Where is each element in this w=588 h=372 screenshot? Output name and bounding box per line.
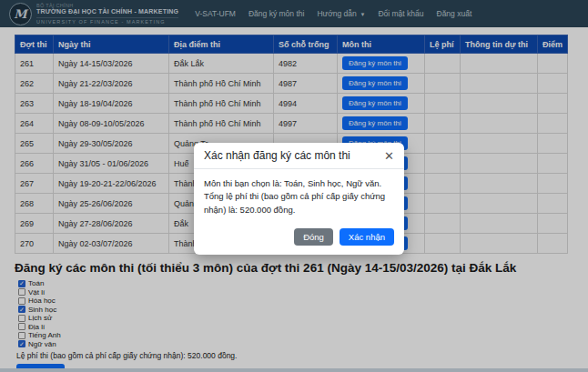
modal-title: Xác nhận đăng ký các môn thi bbox=[204, 149, 350, 162]
confirm-registration-modal: Xác nhận đăng ký các môn thi ✕ Môn thi b… bbox=[194, 143, 404, 255]
close-icon[interactable]: ✕ bbox=[384, 150, 394, 162]
modal-confirm-button[interactable]: Xác nhận bbox=[340, 228, 394, 246]
modal-total-fee-text: Tổng lệ phí thi (bao gồm cả phí cấp giấy… bbox=[204, 190, 394, 216]
modal-close-button[interactable]: Đóng bbox=[294, 228, 333, 246]
modal-header: Xác nhận đăng ký các môn thi ✕ bbox=[194, 143, 404, 169]
modal-footer: Đóng Xác nhận bbox=[194, 220, 404, 255]
modal-selected-subjects-text: Môn thi bạn chọn là: Toán, Sinh học, Ngữ… bbox=[204, 177, 394, 190]
modal-body: Môn thi bạn chọn là: Toán, Sinh học, Ngữ… bbox=[194, 169, 404, 220]
